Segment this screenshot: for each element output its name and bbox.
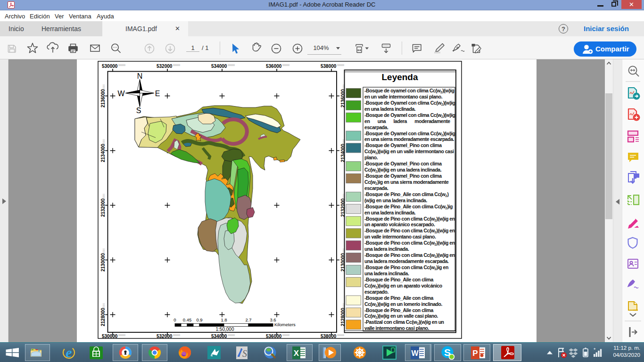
svg-text:1:50,000: 1:50,000 xyxy=(216,327,234,332)
svg-text:E: E xyxy=(155,90,160,98)
svg-text:000000: 000000 xyxy=(228,334,235,337)
svg-text:000000: 000000 xyxy=(103,303,105,310)
svg-text:Leyenda: Leyenda xyxy=(382,72,418,82)
svg-text:*: * xyxy=(594,347,596,353)
svg-text:000000: 000000 xyxy=(103,193,105,201)
svg-text:1.8: 1.8 xyxy=(221,317,227,322)
svg-text:W: W xyxy=(411,349,419,357)
svg-text:S: S xyxy=(242,348,247,359)
svg-text:530000: 530000 xyxy=(102,64,118,69)
svg-text:000000: 000000 xyxy=(103,84,105,91)
svg-text:000000: 000000 xyxy=(228,64,235,66)
svg-text:000000: 000000 xyxy=(337,334,345,337)
svg-text:000000: 000000 xyxy=(282,64,290,66)
svg-text:0: 0 xyxy=(173,317,176,322)
svg-text:2.7: 2.7 xyxy=(245,317,251,322)
svg-text:000000: 000000 xyxy=(337,64,345,66)
svg-text:534000: 534000 xyxy=(211,64,227,69)
svg-text:000000: 000000 xyxy=(118,334,126,337)
svg-text:000000: 000000 xyxy=(118,64,126,66)
svg-text:Kilometers: Kilometers xyxy=(274,322,296,327)
svg-text:538000: 538000 xyxy=(321,64,337,69)
svg-text:000000: 000000 xyxy=(103,139,105,146)
svg-text:N: N xyxy=(137,72,143,80)
svg-text:e: e xyxy=(66,345,72,360)
svg-text:536000: 536000 xyxy=(266,64,282,69)
svg-text:0.9: 0.9 xyxy=(196,317,202,322)
svg-text:536000: 536000 xyxy=(266,334,282,339)
svg-text:534000: 534000 xyxy=(211,334,227,339)
svg-text:P: P xyxy=(472,349,478,358)
svg-text:532000: 532000 xyxy=(157,64,173,69)
svg-text:0.45: 0.45 xyxy=(183,317,192,322)
svg-text:000000: 000000 xyxy=(103,248,105,255)
svg-text:530000: 530000 xyxy=(102,334,118,339)
svg-text:000000: 000000 xyxy=(173,64,181,66)
svg-text:538000: 538000 xyxy=(321,334,337,339)
svg-text:000000: 000000 xyxy=(282,334,290,337)
svg-text:S: S xyxy=(136,107,141,115)
svg-text:X: X xyxy=(294,349,299,358)
svg-text:W: W xyxy=(117,90,125,98)
svg-text:000000: 000000 xyxy=(173,334,181,337)
svg-text:532000: 532000 xyxy=(157,334,173,339)
